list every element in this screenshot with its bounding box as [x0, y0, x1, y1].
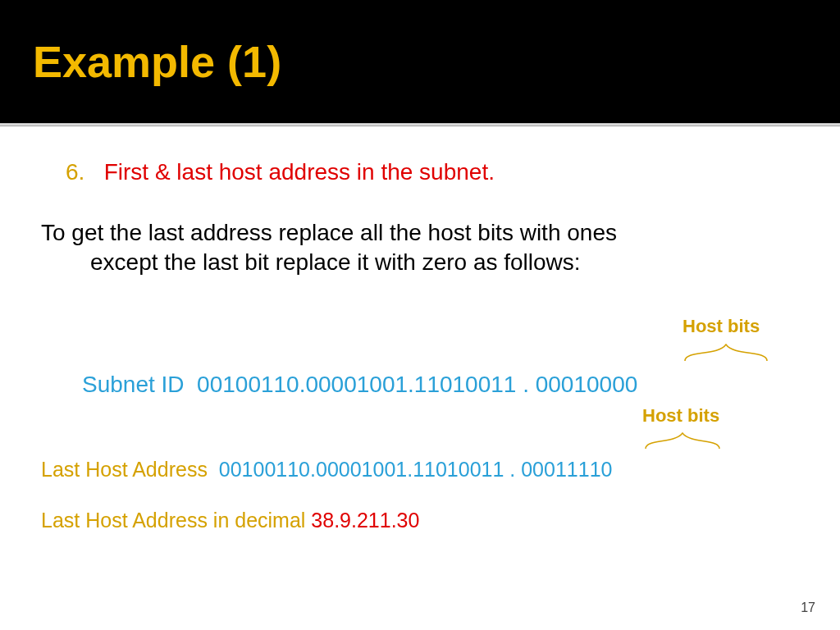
brace-icon-1 [681, 338, 771, 363]
lasthost-label: Last Host Address [41, 458, 208, 481]
list-item-6: 6. First & last host address in the subn… [66, 159, 799, 185]
list-text: First & last host address in the subnet. [104, 159, 495, 185]
subnet-id-line: Subnet ID 00100110.00001001.11010011 . 0… [82, 372, 637, 398]
slide: Example (1) 6. First & last host address… [0, 0, 840, 630]
paragraph: To get the last address replace all the … [41, 218, 799, 278]
hostbits-label-2: Host bits [642, 405, 719, 427]
page-number: 17 [801, 600, 815, 615]
subnet-trail: 0000 [587, 372, 637, 397]
para-line-1: To get the last address replace all the … [41, 220, 617, 245]
last-host-line: Last Host Address 00100110.00001001.1101… [41, 458, 612, 482]
decimal-label: Last Host Address in decimal [41, 509, 305, 532]
hostbits-label-1: Host bits [682, 316, 760, 337]
lasthost-trail: 1110 [567, 458, 613, 481]
slide-body: 6. First & last host address in the subn… [0, 126, 840, 278]
para-line-2: except the last bit replace it with zero… [41, 248, 799, 277]
list-number: 6. [66, 159, 84, 185]
lasthost-bits: 00100110.00001001.11010011 . 0001 [219, 458, 567, 481]
decimal-line: Last Host Address in decimal 38.9.211.30 [41, 509, 419, 532]
subnet-label: Subnet ID [82, 372, 185, 397]
brace-icon-2 [641, 427, 724, 450]
slide-title: Example (1) [33, 36, 281, 87]
title-bar: Example (1) [0, 0, 840, 123]
subnet-bits: 00100110.00001001.11010011 . 0001 [197, 372, 587, 397]
decimal-value: 38.9.211.30 [311, 509, 419, 532]
